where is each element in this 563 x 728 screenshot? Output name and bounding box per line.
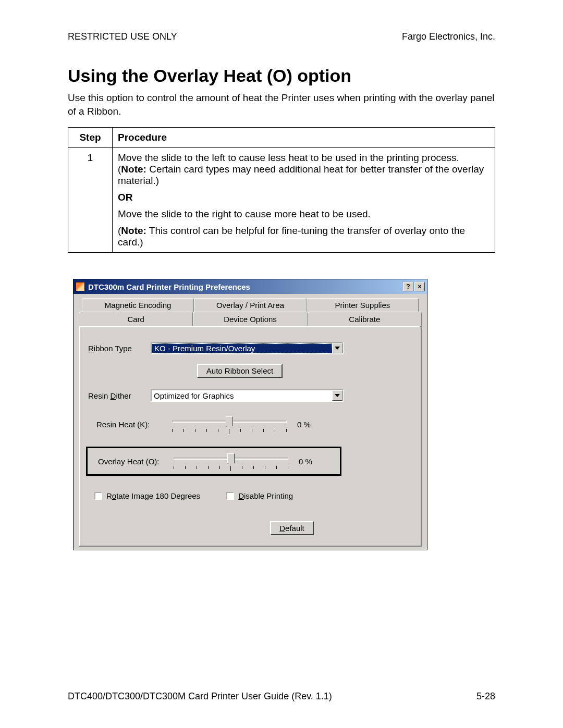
help-button[interactable]: ? [403,282,413,291]
resin-dither-value: Optimized for Graphics [152,391,332,400]
col-step: Step [68,128,113,148]
page-title: Using the Overlay Heat (O) option [68,66,495,86]
col-procedure: Procedure [113,128,495,148]
tab-card[interactable]: Card [79,312,193,326]
procedure-table: Step Procedure 1 Move the slide to the l… [68,127,495,253]
printing-preferences-dialog: DTC300m Card Printer Printing Preference… [73,279,427,550]
resin-dither-combo[interactable]: Optimized for Graphics [151,389,344,402]
close-button[interactable]: × [414,282,425,291]
rotate-180-checkbox[interactable]: Rotate Image 180 Degrees [94,491,200,500]
auto-ribbon-select-button[interactable]: Auto Ribbon Select [197,364,283,378]
overlay-heat-label: Overlay Heat (O): [98,457,174,466]
ribbon-type-label: Ribbon Type [88,344,151,353]
tab-printer-supplies[interactable]: Printer Supplies [307,298,419,312]
dropdown-icon[interactable] [332,343,342,353]
ribbon-type-combo[interactable]: KO - Premium Resin/Overlay [151,342,344,354]
footer-left: DTC400/DTC300/DTC300M Card Printer User … [68,691,332,702]
resin-heat-label: Resin Heat (K): [96,420,172,429]
tab-magnetic-encoding[interactable]: Magnetic Encoding [82,298,194,312]
app-icon [76,282,85,291]
intro-text: Use this option to control the amount of… [68,91,495,118]
device-options-panel: Ribbon Type KO - Premium Resin/Overlay A… [79,326,422,547]
resin-dither-label: Resin Dither [88,391,151,400]
tab-overlay-print-area[interactable]: Overlay / Print Area [194,298,306,312]
resin-heat-slider[interactable] [172,416,287,432]
default-button[interactable]: Default [270,521,314,535]
footer-right: 5-28 [476,691,495,702]
overlay-heat-slider[interactable] [174,453,288,469]
tab-device-options[interactable]: Device Options [193,312,307,326]
overlay-heat-value: 0 % [299,457,312,466]
header-left: RESTRICTED USE ONLY [68,31,177,42]
window-title: DTC300m Card Printer Printing Preference… [88,282,402,291]
resin-heat-value: 0 % [297,420,311,429]
titlebar[interactable]: DTC300m Card Printer Printing Preference… [74,279,427,294]
dropdown-icon[interactable] [332,390,342,401]
tab-calibrate[interactable]: Calibrate [308,312,422,326]
step-number: 1 [68,148,113,253]
disable-printing-checkbox[interactable]: Disable Printing [226,491,293,500]
header-right: Fargo Electronics, Inc. [402,31,495,42]
step-text: Move the slide to the left to cause less… [113,148,495,253]
ribbon-type-value: KO - Premium Resin/Overlay [152,343,332,353]
